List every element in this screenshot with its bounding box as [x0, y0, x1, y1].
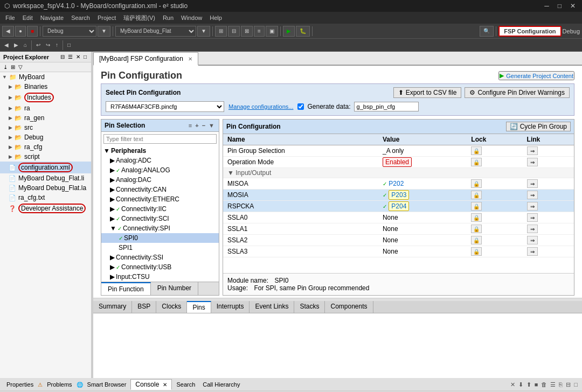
- sub-tab-summary[interactable]: Summary: [93, 301, 132, 313]
- smart-browser-tab[interactable]: Smart Browser: [84, 380, 130, 389]
- sub-tab-event-links[interactable]: Event Links: [250, 301, 294, 313]
- toolbar-forward-btn[interactable]: ●: [15, 26, 26, 37]
- export-csv-btn[interactable]: ⬆ Export to CSV file: [393, 87, 462, 98]
- search-toolbar-btn[interactable]: 🔍: [480, 26, 494, 37]
- menu-file[interactable]: File: [2, 13, 18, 22]
- toolbar2-btn-4[interactable]: ↩: [34, 40, 43, 51]
- lock-btn-7[interactable]: 🔒: [471, 236, 482, 244]
- toolbar-back-btn[interactable]: ◀: [2, 26, 14, 37]
- pin-sel-collapse-icon[interactable]: ≡: [188, 122, 193, 129]
- menu-window[interactable]: Window: [178, 13, 205, 22]
- lock-btn-4[interactable]: 🔒: [471, 202, 482, 211]
- pin-tree-connectivity-can[interactable]: ▶ Connectivity:CAN: [101, 185, 219, 194]
- pin-sel-minus-icon[interactable]: −: [201, 122, 206, 129]
- pin-tree-analog-analog[interactable]: ▶ ✓ Analog:ANALOG: [101, 165, 219, 175]
- toolbar-debug-btn[interactable]: 🐛: [296, 26, 310, 37]
- link-btn-2[interactable]: ⇒: [527, 179, 538, 188]
- toolbar-btn-2[interactable]: ⊟: [228, 26, 240, 37]
- sidebar-item-debug-flat-li[interactable]: 📄 MyBoard Debug_Flat.li: [0, 173, 91, 183]
- sub-tab-clocks[interactable]: Clocks: [156, 301, 187, 313]
- manage-configurations-link[interactable]: Manage configurations...: [228, 103, 293, 110]
- toolbar-btn-3[interactable]: ⊠: [241, 26, 253, 37]
- pin-function-tab[interactable]: Pin Function: [101, 282, 151, 295]
- menu-search[interactable]: Search: [68, 13, 93, 22]
- ssla3-value[interactable]: None: [378, 246, 467, 257]
- mosia-value[interactable]: ✓ P203: [378, 190, 467, 201]
- sidebar-item-myboard[interactable]: ▼ 📁 MyBoard: [0, 72, 91, 82]
- toolbar2-btn-3[interactable]: ⌂: [22, 40, 29, 51]
- rspcka-value[interactable]: ✓ P204: [378, 201, 467, 212]
- toolbar-debug-dropdown[interactable]: ▼: [98, 26, 110, 37]
- link-btn-8[interactable]: ⇒: [527, 247, 538, 256]
- console-clear-btn[interactable]: 🗑: [540, 381, 548, 389]
- pin-tree-connectivity-usb[interactable]: ▶ ✓ Connectivity:USB: [101, 262, 219, 272]
- sidebar-item-ra-gen[interactable]: ▶ 📂 ra_gen: [0, 113, 91, 123]
- toolbar-stop-btn[interactable]: ■: [27, 26, 38, 37]
- toolbar-btn-1[interactable]: ⊞: [215, 26, 227, 37]
- sidebar-item-ra[interactable]: ▶ 📂 ra: [0, 103, 91, 113]
- debug-perspective-btn[interactable]: Debug: [563, 28, 580, 34]
- link-btn-4[interactable]: ⇒: [527, 202, 538, 211]
- sub-tab-stacks[interactable]: Stacks: [294, 301, 325, 313]
- table-row[interactable]: RSPCKA ✓ P204 🔒 ⇒: [223, 201, 574, 212]
- console-down-btn[interactable]: ⬇: [517, 381, 524, 389]
- sidebar-item-binaries[interactable]: ▶ 📂 Binaries: [0, 82, 91, 92]
- sidebar-tool-2[interactable]: ⊞: [10, 64, 16, 71]
- pin-config-dropdown[interactable]: R7FA6M4AF3CFB.pincfg: [106, 101, 224, 112]
- fsp-tab-close[interactable]: ✕: [188, 56, 192, 62]
- call-hierarchy-tab[interactable]: Call Hierarchy: [199, 380, 243, 389]
- sidebar-expand-icon[interactable]: □: [82, 53, 88, 60]
- link-btn-1[interactable]: ⇒: [527, 158, 538, 166]
- pin-tree-analog-adc[interactable]: ▶ Analog:ADC: [101, 156, 219, 165]
- menu-project[interactable]: Project: [94, 13, 119, 22]
- console-up-btn[interactable]: ⬆: [525, 381, 532, 389]
- lock-btn-8[interactable]: 🔒: [471, 247, 482, 256]
- misoa-value[interactable]: ✓ P202: [378, 178, 467, 190]
- pin-tree-input-ctsu[interactable]: ▶ Input:CTSU: [101, 272, 219, 282]
- sub-tab-pins[interactable]: Pins: [187, 301, 211, 313]
- properties-tab[interactable]: Properties: [3, 380, 37, 389]
- pin-tree-analog-dac[interactable]: ▶ Analog:DAC: [101, 175, 219, 185]
- link-btn-3[interactable]: ⇒: [527, 191, 538, 199]
- pin-tree-connectivity-ssi[interactable]: ▶ Connectivity:SSI: [101, 253, 219, 262]
- close-btn[interactable]: ✕: [568, 2, 578, 10]
- pin-tree-connectivity-spi[interactable]: ▼ ✓ Connectivity:SPI: [101, 223, 219, 233]
- sub-tab-interrupts[interactable]: Interrupts: [211, 301, 250, 313]
- sidebar-item-ra-cfg[interactable]: ▶ 📂 ra_cfg: [0, 142, 91, 152]
- console-expand-btn[interactable]: □: [573, 381, 579, 389]
- sidebar-menu-icon[interactable]: ☰: [67, 53, 74, 60]
- menu-navigate[interactable]: Navigate: [37, 13, 67, 22]
- debug-mode-select[interactable]: Debug: [43, 26, 96, 37]
- ssla2-value[interactable]: None: [378, 235, 467, 246]
- sub-tab-bsp[interactable]: BSP: [132, 301, 156, 313]
- ssla1-value[interactable]: None: [378, 223, 467, 235]
- sidebar-item-developer-assistance[interactable]: ❓ Developer Assistance: [0, 202, 91, 214]
- toolbar2-btn-5[interactable]: ↪: [44, 40, 52, 51]
- lock-btn-0[interactable]: 🔒: [471, 146, 482, 155]
- menu-help[interactable]: Help: [206, 13, 225, 22]
- sidebar-tool-3[interactable]: ▽: [17, 64, 24, 71]
- sidebar-item-script[interactable]: ▶ 📂 script: [0, 152, 91, 162]
- pin-tree-connectivity-sci[interactable]: ▶ ✓ Connectivity:SCI: [101, 214, 219, 223]
- menu-run[interactable]: Run: [160, 13, 177, 22]
- sidebar-tool-1[interactable]: ⤓: [2, 64, 9, 71]
- console-collapse-btn[interactable]: ⊟: [565, 381, 572, 389]
- sidebar-item-includes[interactable]: ▶ 📂 Includes: [0, 92, 91, 103]
- toolbar2-btn-7[interactable]: □: [65, 40, 73, 51]
- lock-btn-5[interactable]: 🔒: [471, 213, 482, 222]
- link-btn-7[interactable]: ⇒: [527, 236, 538, 244]
- pin-tree-connectivity-etherc[interactable]: ▶ Connectivity:ETHERC: [101, 194, 219, 204]
- search-tab[interactable]: Search: [173, 380, 198, 389]
- sidebar-item-ra-cfg-txt[interactable]: 📄 ra_cfg.txt: [0, 193, 91, 202]
- pin-tree-connectivity-iic[interactable]: ▶ ✓ Connectivity:IIC: [101, 204, 219, 214]
- toolbar2-btn-6[interactable]: ↑: [53, 40, 60, 51]
- link-btn-0[interactable]: ⇒: [527, 146, 538, 155]
- sidebar-item-config-xml[interactable]: 📄 configuration.xml: [0, 162, 91, 173]
- cycle-pin-group-btn[interactable]: 🔄 Cycle Pin Group: [506, 122, 571, 131]
- lock-btn-3[interactable]: 🔒: [471, 191, 482, 199]
- pin-sel-expand-icon[interactable]: +: [194, 122, 199, 129]
- gen-data-input[interactable]: [354, 102, 419, 111]
- sidebar-item-debug-flat-la[interactable]: 📄 MyBoard Debug_Flat.la: [0, 183, 91, 193]
- toolbar2-btn-2[interactable]: ▶: [12, 40, 20, 51]
- menu-edit[interactable]: Edit: [19, 13, 36, 22]
